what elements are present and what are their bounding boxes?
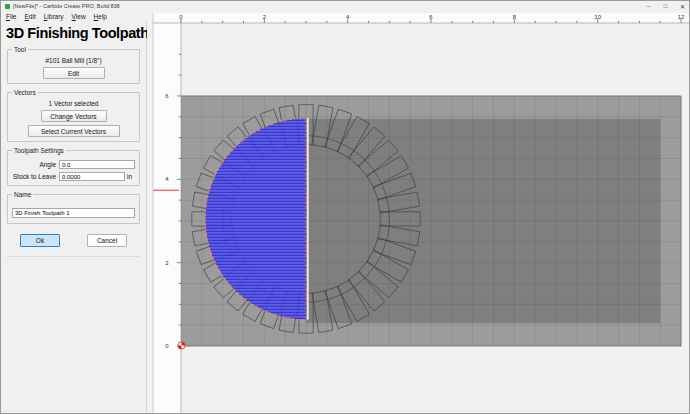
origin-marker xyxy=(178,342,185,349)
toolpath-settings-group: Toolpath Settings Angle Stock to Leave i… xyxy=(7,150,140,186)
tool-group-label: Tool xyxy=(12,46,28,53)
menu-view[interactable]: View xyxy=(72,13,86,20)
tool-group: Tool #101 Ball Mill (1/8") Edit xyxy=(7,49,140,84)
ok-button[interactable]: Ok xyxy=(20,234,60,247)
name-group-label: Name xyxy=(12,191,33,198)
vectors-status: 1 Vector selected xyxy=(12,100,135,107)
menu-library[interactable]: Library xyxy=(44,13,64,20)
stock-unit-label: in xyxy=(127,173,135,180)
tool-name: #101 Ball Mill (1/8") xyxy=(12,57,135,64)
app-window: [NewFile]* - Carbide Create PRO, Build 8… xyxy=(0,0,690,414)
svg-text:12: 12 xyxy=(678,14,685,20)
vectors-group-label: Vectors xyxy=(12,89,38,96)
title-bar: [NewFile]* - Carbide Create PRO, Build 8… xyxy=(1,1,690,11)
toolpath-name-input[interactable] xyxy=(12,208,135,218)
change-vectors-button[interactable]: Change Vectors xyxy=(41,110,107,122)
stock-to-leave-label: Stock to Leave xyxy=(12,173,56,180)
menu-edit[interactable]: Edit xyxy=(25,13,36,20)
angle-row: Angle xyxy=(12,160,135,169)
menu-file[interactable]: File xyxy=(6,13,17,20)
ruler-left xyxy=(153,23,181,414)
ruler-cursor-marker xyxy=(153,190,179,191)
close-button[interactable]: ✕ xyxy=(674,1,690,11)
stock-to-leave-row: Stock to Leave in xyxy=(12,172,135,181)
toolpath-settings-label: Toolpath Settings xyxy=(12,147,66,154)
menu-bar: FileEditLibraryViewHelp xyxy=(1,11,107,22)
window-title: [NewFile]* - Carbide Create PRO, Build 8… xyxy=(13,3,640,9)
cancel-button[interactable]: Cancel xyxy=(87,234,127,247)
window-controls: – □ ✕ xyxy=(640,1,690,11)
ruler-top xyxy=(153,13,690,23)
vectors-group: Vectors 1 Vector selected Change Vectors… xyxy=(7,92,140,142)
angle-input[interactable] xyxy=(59,160,135,169)
page-title: 3D Finishing Toolpath xyxy=(6,25,146,41)
toolpath-dialog-panel: 3D Finishing Toolpath Tool #101 Ball Mil… xyxy=(1,22,147,414)
angle-label: Angle xyxy=(12,161,56,168)
minimize-button[interactable]: – xyxy=(640,1,657,11)
app-icon xyxy=(5,4,10,9)
name-group: Name xyxy=(7,194,140,224)
svg-text:10: 10 xyxy=(594,14,601,20)
menu-help[interactable]: Help xyxy=(94,13,107,20)
dialog-button-row: Ok Cancel xyxy=(7,234,140,247)
select-current-vectors-button[interactable]: Select Current Vectors xyxy=(28,125,120,137)
design-canvas[interactable]: 0246810126420 xyxy=(147,11,690,414)
maximize-button[interactable]: □ xyxy=(657,1,674,11)
stock-to-leave-input[interactable] xyxy=(59,172,125,181)
panel-divider xyxy=(7,256,140,257)
dialog-body: Tool #101 Ball Mill (1/8") Edit Vectors … xyxy=(1,49,146,257)
edit-tool-button[interactable]: Edit xyxy=(43,67,105,79)
